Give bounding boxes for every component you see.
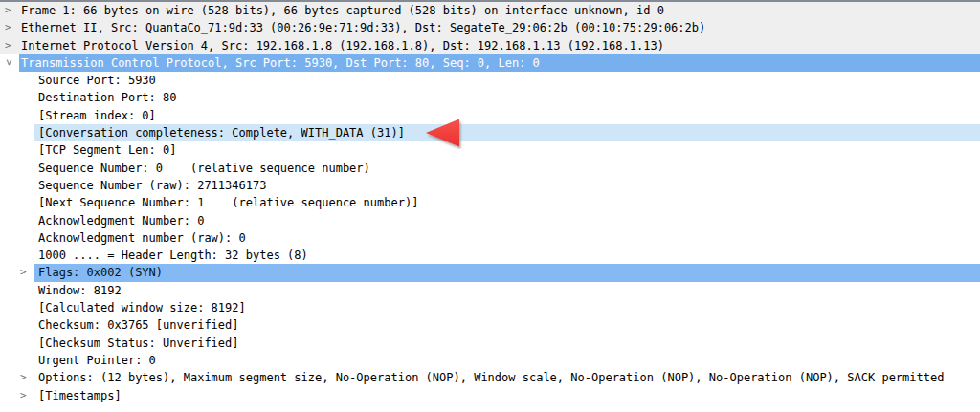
tree-row-source-port[interactable]: Source Port: 5930 [0,72,980,89]
tree-row-label: Options: (12 bytes), Maximum segment siz… [34,369,980,386]
indent-spacer [0,282,34,299]
tree-row-label: [Checksum Status: Unverified] [34,335,980,352]
indent-spacer [0,316,34,334]
tree-row-timestamps[interactable]: > [Timestamps] [0,387,980,404]
tree-row-label: [Conversation completeness: Complete, WI… [34,124,980,141]
tree-row-frame[interactable]: > Frame 1: 66 bytes on wire (528 bits), … [0,2,980,19]
indent-spacer [0,194,34,211]
tree-row-label: Frame 1: 66 bytes on wire (528 bits), 66… [19,2,980,19]
tree-row-label: [TCP Segment Len: 0] [34,141,980,159]
indent-spacer [0,352,34,369]
tree-row-label: [Stream index: 0] [34,107,980,124]
packet-details-pane: > Frame 1: 66 bytes on wire (528 bits), … [0,0,980,412]
tree-row-calculated-window-size[interactable]: [Calculated window size: 8192] [0,299,980,316]
tree-row-label: 1000 .... = Header Length: 32 bytes (8) [34,247,980,264]
tree-row-ipv4[interactable]: > Internet Protocol Version 4, Src: 192.… [0,37,980,54]
indent-spacer [0,89,34,106]
tree-row-label: Ethernet II, Src: QuantaCo_71:9d:33 (00:… [19,19,980,36]
chevron-right-icon[interactable]: > [0,37,19,54]
indent-spacer [0,107,34,124]
tree-row-label: [Next Sequence Number: 1 (relative seque… [34,194,980,211]
indent-spacer [0,229,34,247]
indent-spacer [0,124,34,141]
tree-row-urgent-pointer[interactable]: Urgent Pointer: 0 [0,352,980,369]
tree-row-checksum-status[interactable]: [Checksum Status: Unverified] [0,335,980,352]
packet-details-tree: > Frame 1: 66 bytes on wire (528 bits), … [0,2,980,404]
tree-row-label: Sequence Number (raw): 2711346173 [34,177,980,194]
tree-row-header-length[interactable]: 1000 .... = Header Length: 32 bytes (8) [0,247,980,264]
tree-row-options[interactable]: > Options: (12 bytes), Maximum segment s… [0,369,980,386]
indent-spacer [0,141,34,159]
tree-row-sequence-number[interactable]: Sequence Number: 0 (relative sequence nu… [0,160,980,177]
indent-spacer [0,177,34,194]
tree-row-label: Destination Port: 80 [34,89,980,106]
tree-row-label: [Calculated window size: 8192] [34,299,980,316]
tree-row-next-sequence-number[interactable]: [Next Sequence Number: 1 (relative seque… [0,194,980,211]
tree-row-ack-number-raw[interactable]: Acknowledgment number (raw): 0 [0,229,980,247]
chevron-right-icon[interactable]: > [0,264,34,281]
tree-row-window[interactable]: Window: 8192 [0,282,980,299]
tree-row-checksum[interactable]: Checksum: 0x3765 [unverified] [0,316,980,334]
tree-row-label: Acknowledgment Number: 0 [34,212,980,229]
tree-row-sequence-number-raw[interactable]: Sequence Number (raw): 2711346173 [0,177,980,194]
indent-spacer [0,335,34,352]
indent-spacer [0,299,34,316]
tree-row-label: Sequence Number: 0 (relative sequence nu… [34,160,980,177]
chevron-right-icon[interactable]: > [0,19,19,36]
tree-row-label: Flags: 0x002 (SYN) [34,264,980,281]
tree-row-label: Source Port: 5930 [34,72,980,89]
tree-row-label: Acknowledgment number (raw): 0 [34,229,980,247]
tree-row-label: Window: 8192 [34,282,980,299]
indent-spacer [0,72,34,89]
chevron-down-icon[interactable]: > [0,54,17,74]
chevron-right-icon[interactable]: > [0,387,34,404]
tree-row-label: Checksum: 0x3765 [unverified] [34,316,980,334]
indent-spacer [0,212,34,229]
tree-row-label: [Timestamps] [34,387,980,404]
tree-row-flags[interactable]: > Flags: 0x002 (SYN) [0,264,980,281]
tree-row-destination-port[interactable]: Destination Port: 80 [0,89,980,106]
indent-spacer [0,160,34,177]
tree-row-conversation-completeness[interactable]: [Conversation completeness: Complete, WI… [0,124,980,141]
indent-spacer [0,247,34,264]
chevron-right-icon[interactable]: > [0,369,34,386]
tree-row-tcp-segment-len[interactable]: [TCP Segment Len: 0] [0,141,980,159]
chevron-right-icon[interactable]: > [0,2,19,19]
tree-row-ethernet[interactable]: > Ethernet II, Src: QuantaCo_71:9d:33 (0… [0,19,980,36]
tree-row-label: Urgent Pointer: 0 [34,352,980,369]
tree-row-label: Internet Protocol Version 4, Src: 192.16… [19,37,980,54]
tree-row-ack-number[interactable]: Acknowledgment Number: 0 [0,212,980,229]
tree-row-tcp-selected[interactable]: > Transmission Control Protocol, Src Por… [0,54,980,72]
tree-row-label: Transmission Control Protocol, Src Port:… [19,54,980,72]
tree-row-stream-index[interactable]: [Stream index: 0] [0,107,980,124]
